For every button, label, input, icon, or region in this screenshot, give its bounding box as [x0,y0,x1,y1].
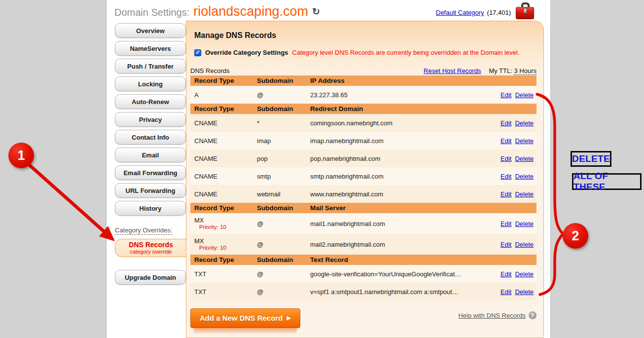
delete-link[interactable]: Delete [515,91,534,99]
ttl-value-dropdown[interactable]: 3 Hours [514,67,537,75]
column-header: Mail Server [310,204,533,212]
column-header: IP Address [310,77,533,84]
sidebar-item-locking[interactable]: Locking [115,76,186,91]
sidebar-item-url-forwarding[interactable]: URL Forwarding [115,183,186,198]
sidebar-item-overview[interactable]: Overview [115,23,186,38]
table-row: MXPriority: 10@mail1.namebrightmail.comE… [190,213,537,234]
subdomain-cell: * [257,119,310,127]
panel-footer: Add a New DNS Record ▶ Help with DNS Rec… [190,308,537,328]
refresh-icon[interactable]: ↻ [312,6,320,17]
sidebar-item-push-transfer[interactable]: Push / Transfer [115,59,186,74]
subdomain-cell: webmail [257,190,310,198]
edit-link[interactable]: Edit [501,190,511,198]
delete-link[interactable]: Delete [515,119,534,127]
table-section-header: Record TypeSubdomainMail Server [190,203,537,213]
add-dns-record-button[interactable]: Add a New DNS Record ▶ [190,308,300,328]
annotation-step-2-badge: 2 [563,223,588,249]
subdomain-cell: @ [257,288,310,296]
column-header: Subdomain [257,256,310,263]
sidebar-item-history[interactable]: History [115,201,186,216]
dns-records-label: DNS Records [129,241,173,249]
edit-link[interactable]: Edit [501,270,511,278]
column-header: Redirect Domain [310,105,533,113]
edit-link[interactable]: Edit [501,119,511,127]
sidebar-item-dns-records[interactable]: DNS Records category override [115,239,186,257]
domain-name: riolandscaping.com [193,4,308,19]
record-type-cell: CNAME [194,190,257,198]
record-value-cell: v=spf1 a:smtpout1.namebrightmail.com a:s… [310,288,501,296]
row-actions: EditDelete [501,155,536,162]
subdomain-cell: @ [257,241,310,248]
sidebar-item-email-forwarding[interactable]: Email Forwarding [115,165,186,180]
sidebar-item-contact-info[interactable]: Contact Info [115,130,186,145]
panel-heading: Manage DNS Records [194,31,534,40]
record-value-cell: google-site-verification=YourUniqueGoogl… [310,270,501,278]
question-mark-icon[interactable]: ? [529,311,537,319]
toolbox-icon[interactable] [516,2,535,19]
arrow-right-icon: ▶ [286,315,290,321]
annotation-arrow-shaft [29,164,105,232]
reset-host-records-link[interactable]: Reset Host Records [424,67,481,75]
subdomain-cell: @ [257,220,310,227]
sidebar-item-auto-renew[interactable]: Auto-Renew [115,94,186,109]
table-section-header: Record TypeSubdomainRedirect Domain [190,104,537,114]
record-value-cell: mail2.namebrightmail.com [310,241,501,248]
table-label: DNS Records [190,67,229,75]
edit-link[interactable]: Edit [501,220,511,227]
sidebar-item-upgrade-domain[interactable]: Upgrade Domain [115,270,186,285]
record-type-cell: MXPriority: 10 [194,237,257,251]
row-actions: EditDelete [501,137,536,145]
delete-link[interactable]: Delete [515,190,534,198]
override-checkbox[interactable]: ✓ [194,49,201,56]
sidebar: OverviewNameServersPush / TransferLockin… [115,23,186,288]
delete-link[interactable]: Delete [515,137,534,145]
record-type-cell: TXT [194,270,257,278]
page-title-prefix: Domain Settings: [114,7,189,18]
edit-link[interactable]: Edit [501,155,511,162]
sidebar-item-nameservers[interactable]: NameServers [115,41,186,56]
column-header: Record Type [194,256,257,263]
toolbox-body [516,7,534,19]
delete-link[interactable]: Delete [515,241,534,248]
edit-link[interactable]: Edit [501,241,511,248]
sidebar-item-email[interactable]: Email [115,148,186,162]
record-type-cell: CNAME [194,155,257,162]
header-right: Default Category (17,401) [436,9,511,16]
subdomain-cell: @ [257,270,310,278]
category-overrides-label[interactable]: Category Overrides: [115,226,172,235]
delete-link[interactable]: Delete [515,173,534,180]
mx-priority: Priority: 10 [194,245,257,251]
edit-link[interactable]: Edit [501,137,511,145]
dns-records-sublabel: category override [130,249,172,255]
sidebar-item-privacy[interactable]: Privacy [115,112,186,127]
table-section-header: Record TypeSubdomainIP Address [190,75,537,86]
edit-link[interactable]: Edit [501,288,511,296]
subdomain-cell: smtp [257,173,310,180]
row-actions: EditDelete [501,241,536,248]
column-header: Record Type [194,77,257,84]
add-dns-record-label: Add a New DNS Record [200,314,283,322]
sidebar-buttons: OverviewNameServersPush / TransferLockin… [115,23,186,216]
record-value-cell: 23.227.38.65 [310,91,501,99]
edit-link[interactable]: Edit [501,91,511,99]
record-value-cell: mail1.namebrightmail.com [310,220,501,227]
delete-link[interactable]: Delete [515,270,534,278]
delete-link[interactable]: Delete [515,155,534,162]
subdomain-cell: pop [257,155,310,162]
default-category-link[interactable]: Default Category [436,9,484,16]
record-type-cell: CNAME [194,137,257,145]
toolbox-clasp [523,8,527,13]
annotation-step-1-badge: 1 [8,143,34,168]
row-actions: EditDelete [501,119,536,127]
category-count: (17,401) [487,9,511,16]
delete-link[interactable]: Delete [515,220,534,227]
help-dns-records-link[interactable]: Help with DNS Records [458,312,526,319]
record-value-cell: imap.namebrightmail.com [310,137,501,145]
delete-link[interactable]: Delete [515,288,534,296]
override-checkbox-label[interactable]: Override Category Settings [205,49,288,56]
column-header: Record Type [194,204,257,212]
record-value-cell: www.namebrightmail.com [310,190,501,198]
table-row: CNAMEwebmailwww.namebrightmail.comEditDe… [190,185,537,203]
edit-link[interactable]: Edit [501,173,511,180]
column-header: Subdomain [257,105,310,113]
